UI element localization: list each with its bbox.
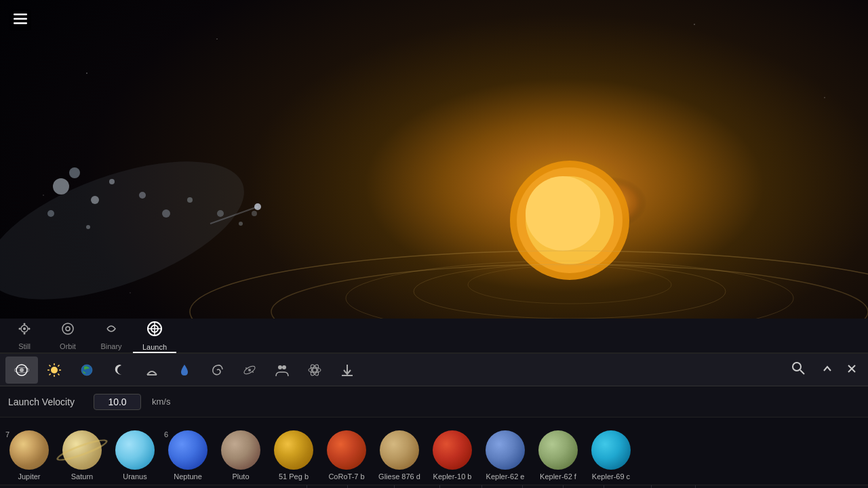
svg-point-20 bbox=[109, 179, 115, 184]
kepler62e-image bbox=[486, 430, 525, 470]
tab-orbit[interactable]: Orbit bbox=[46, 319, 90, 353]
view-button[interactable]: view bbox=[482, 485, 523, 488]
svg-point-15 bbox=[0, 133, 261, 327]
planet-pluto[interactable]: Pluto bbox=[214, 428, 267, 485]
svg-point-27 bbox=[252, 211, 257, 216]
stats-button[interactable]: stats bbox=[564, 485, 604, 488]
saturn-label: Saturn bbox=[71, 472, 93, 481]
neptune-image bbox=[168, 430, 208, 470]
peg51b-label: 51 Peg b bbox=[279, 472, 309, 481]
neptune-label: Neptune bbox=[174, 472, 202, 481]
svg-point-34 bbox=[23, 327, 26, 330]
planet-51pegb[interactable]: 51 Peg b bbox=[267, 428, 320, 485]
svg-rect-31 bbox=[14, 18, 27, 20]
tab-launch[interactable]: Launch bbox=[133, 319, 176, 353]
search-icon[interactable] bbox=[791, 361, 806, 379]
step-button[interactable]: step bbox=[267, 485, 307, 488]
svg-point-62 bbox=[245, 367, 247, 369]
chart-button[interactable]: chart bbox=[440, 485, 481, 488]
planet-scroll-row[interactable]: 7 Jupiter Saturn Uranus 6 Neptune Pluto bbox=[0, 418, 868, 485]
planet-neptune[interactable]: 6 Neptune bbox=[161, 428, 214, 485]
svg-point-37 bbox=[24, 323, 26, 325]
svg-point-19 bbox=[47, 210, 54, 217]
launch-velocity-label: Launch Velocity bbox=[8, 396, 83, 407]
svg-rect-30 bbox=[14, 14, 27, 16]
kepler10b-image bbox=[433, 430, 472, 470]
svg-point-63 bbox=[252, 371, 254, 373]
kepler62e-label: Kepler-62 e bbox=[486, 472, 525, 481]
edit-button[interactable]: edit bbox=[307, 485, 348, 488]
svg-point-35 bbox=[19, 328, 21, 330]
svg-line-55 bbox=[58, 365, 59, 366]
planet-gliese876d[interactable]: Gliese 876 d bbox=[373, 428, 426, 485]
svg-point-46 bbox=[20, 368, 24, 372]
sim-button[interactable]: sim bbox=[523, 485, 564, 488]
toolbar-search-area bbox=[791, 361, 863, 380]
menu-button[interactable] bbox=[9, 9, 31, 30]
svg-point-17 bbox=[69, 167, 80, 178]
svg-rect-32 bbox=[14, 22, 27, 24]
svg-point-61 bbox=[248, 369, 251, 371]
svg-point-65 bbox=[282, 365, 286, 369]
uranus-image bbox=[115, 430, 155, 470]
svg-point-26 bbox=[239, 222, 243, 226]
bottom-panel: Still Orbit Binary Launch bbox=[0, 319, 868, 488]
planet-uranus[interactable]: Uranus bbox=[108, 428, 161, 485]
tab-binary[interactable]: Binary bbox=[90, 319, 133, 353]
orbit-icon bbox=[60, 321, 76, 341]
toolbar-moon-btn[interactable] bbox=[103, 357, 136, 384]
kepler10b-label: Kepler-10 b bbox=[433, 472, 472, 481]
toolbar-ring-btn[interactable] bbox=[136, 357, 168, 384]
planet-kepler62f[interactable]: Kepler-62 f bbox=[532, 428, 585, 485]
toolbar-planet-btn[interactable] bbox=[5, 357, 38, 384]
photo-button[interactable]: photo bbox=[652, 485, 696, 488]
toolbar-people-btn[interactable] bbox=[266, 357, 298, 384]
svg-point-16 bbox=[53, 178, 69, 195]
svg-line-56 bbox=[50, 373, 51, 375]
planet-kepler62e[interactable]: Kepler-62 e bbox=[479, 428, 532, 485]
collapse-button[interactable] bbox=[816, 361, 838, 380]
svg-point-66 bbox=[313, 368, 317, 372]
launch-icon bbox=[146, 320, 163, 342]
close-button[interactable] bbox=[841, 361, 863, 380]
tab-still[interactable]: Still bbox=[3, 319, 46, 353]
planet-jupiter[interactable]: 7 Jupiter bbox=[3, 428, 56, 485]
pluto-image bbox=[221, 430, 260, 470]
corot7b-image bbox=[327, 430, 366, 470]
svg-point-72 bbox=[793, 363, 801, 371]
svg-point-38 bbox=[24, 333, 26, 335]
corot7b-label: CoRoT-7 b bbox=[328, 472, 364, 481]
jupiter-image bbox=[9, 430, 49, 470]
power-button[interactable]: power bbox=[395, 485, 440, 488]
neptune-count: 6 bbox=[164, 430, 168, 439]
planet-kepler10b[interactable]: Kepler-10 b bbox=[426, 428, 479, 485]
toolbar-water-btn[interactable] bbox=[168, 357, 201, 384]
svg-point-24 bbox=[187, 197, 193, 203]
toolbar-atom-btn[interactable] bbox=[298, 357, 331, 384]
add-button[interactable]: add bbox=[348, 485, 395, 488]
toolbar-download-btn[interactable] bbox=[331, 357, 363, 384]
svg-point-4 bbox=[526, 176, 600, 251]
toolbar-sun-btn[interactable] bbox=[38, 357, 71, 384]
search-button[interactable]: search bbox=[604, 485, 652, 488]
velocity-input[interactable] bbox=[94, 394, 141, 410]
planet-corot7b[interactable]: CoRoT-7 b bbox=[320, 428, 373, 485]
svg-line-53 bbox=[50, 365, 51, 366]
svg-point-64 bbox=[278, 365, 282, 369]
planet-kepler69c[interactable]: Kepler-69 c bbox=[585, 428, 637, 485]
toolbar-earth-btn[interactable] bbox=[71, 357, 103, 384]
toolbar-spiral-btn[interactable] bbox=[201, 357, 233, 384]
gliese876d-label: Gliese 876 d bbox=[378, 472, 420, 481]
kepler62f-image bbox=[538, 430, 578, 470]
planet-saturn[interactable]: Saturn bbox=[56, 428, 108, 485]
gliese876d-image bbox=[380, 430, 419, 470]
svg-point-40 bbox=[66, 327, 70, 331]
launch-label: Launch bbox=[142, 343, 167, 351]
svg-point-23 bbox=[162, 209, 170, 218]
toolbar-galaxy-btn[interactable] bbox=[233, 357, 266, 384]
svg-line-73 bbox=[800, 370, 804, 374]
still-label: Still bbox=[18, 342, 31, 350]
kepler69c-image bbox=[591, 430, 631, 470]
binary-label: Binary bbox=[100, 342, 121, 350]
kepler69c-label: Kepler-69 c bbox=[592, 472, 630, 481]
